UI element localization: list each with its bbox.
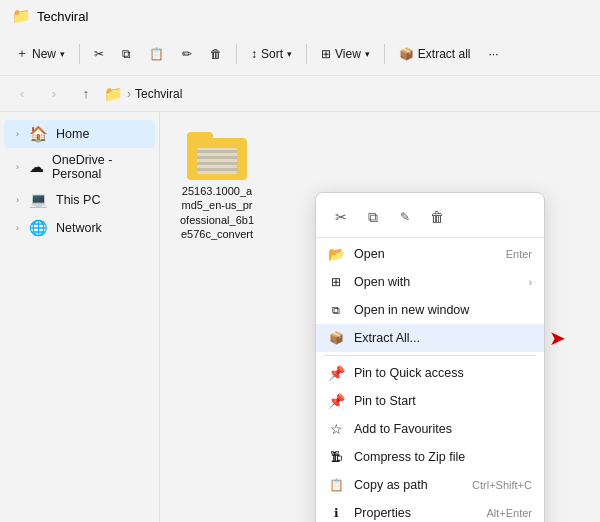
file-item-zip[interactable]: 25163.1000_amd5_en-us_professional_6b1e5… — [172, 124, 262, 249]
onedrive-icon: ☁ — [29, 158, 44, 176]
back-button[interactable]: ‹ — [8, 80, 36, 108]
toolbar-sep-2 — [236, 44, 237, 64]
ctx-copy-button[interactable]: ⧉ — [358, 203, 388, 231]
ctx-pin-start[interactable]: 📌 Pin to Start — [316, 387, 544, 415]
ctx-add-favourites[interactable]: ☆ Add to Favourites — [316, 415, 544, 443]
more-button[interactable]: ··· — [481, 42, 507, 66]
view-button[interactable]: ⊞ View ▾ — [313, 42, 378, 66]
title-bar-icon: 📁 — [12, 7, 31, 25]
thispc-label: This PC — [56, 193, 100, 207]
title-bar: 📁 Techviral — [0, 0, 600, 32]
ctx-props-icon: ℹ — [328, 505, 344, 521]
ctx-openwindow-icon: ⧉ — [328, 302, 344, 318]
ctx-extract-label: Extract All... — [354, 331, 532, 345]
toolbar-sep-4 — [384, 44, 385, 64]
ctx-open-with[interactable]: ⊞ Open with › — [316, 268, 544, 296]
paste-button[interactable]: 📋 — [141, 42, 172, 66]
zip-stripes — [197, 148, 237, 174]
thispc-expand-icon: › — [16, 195, 19, 205]
ctx-pinquick-label: Pin to Quick access — [354, 366, 532, 380]
address-path: 📁 › Techviral — [104, 85, 182, 103]
ctx-openwith-label: Open with — [354, 275, 519, 289]
onedrive-expand-icon: › — [16, 162, 19, 172]
ctx-openwith-icon: ⊞ — [328, 274, 344, 290]
sort-button[interactable]: ↕ Sort ▾ — [243, 42, 300, 66]
ctx-pinstart-icon: 📌 — [328, 393, 344, 409]
extract-icon: 📦 — [399, 47, 414, 61]
toolbar-sep-1 — [79, 44, 80, 64]
file-area: 25163.1000_amd5_en-us_professional_6b1e5… — [160, 112, 600, 522]
ctx-pinquick-icon: 📌 — [328, 365, 344, 381]
folder-image — [187, 132, 247, 180]
rename-button[interactable]: ✏ — [174, 42, 200, 66]
ctx-compress-label: Compress to Zip file — [354, 450, 532, 464]
new-button[interactable]: ＋ New ▾ — [8, 40, 73, 67]
more-icon: ··· — [489, 47, 499, 61]
ctx-pinstart-label: Pin to Start — [354, 394, 532, 408]
network-label: Network — [56, 221, 102, 235]
ctx-copypath-icon: 📋 — [328, 477, 344, 493]
main-area: › 🏠 Home › ☁ OneDrive - Personal › 💻 Thi… — [0, 112, 600, 522]
copy-icon: ⧉ — [122, 47, 131, 61]
ctx-compress-icon: 🗜 — [328, 449, 344, 465]
home-label: Home — [56, 127, 89, 141]
context-menu-toolbar: ✂ ⧉ ✎ 🗑 — [316, 197, 544, 238]
path-folder-icon: 📁 — [104, 85, 123, 103]
ctx-open-new-window[interactable]: ⧉ Open in new window — [316, 296, 544, 324]
ctx-extract-all[interactable]: 📦 Extract All... ➤ — [316, 324, 544, 352]
ctx-copypath-label: Copy as path — [354, 478, 462, 492]
rename-icon: ✏ — [182, 47, 192, 61]
ctx-favs-label: Add to Favourites — [354, 422, 532, 436]
copy-button[interactable]: ⧉ — [114, 42, 139, 66]
red-arrow-indicator: ➤ — [549, 326, 566, 350]
ctx-open-icon: 📂 — [328, 246, 344, 262]
toolbar-sep-3 — [306, 44, 307, 64]
ctx-compress-zip[interactable]: 🗜 Compress to Zip file — [316, 443, 544, 471]
forward-button[interactable]: › — [40, 80, 68, 108]
ctx-rename-button[interactable]: ✎ — [390, 203, 420, 231]
new-icon: ＋ — [16, 45, 28, 62]
title-bar-text: Techviral — [37, 9, 88, 24]
cut-icon: ✂ — [94, 47, 104, 61]
ctx-open-label: Open — [354, 247, 496, 261]
cut-button[interactable]: ✂ — [86, 42, 112, 66]
ctx-pin-quick[interactable]: 📌 Pin to Quick access — [316, 359, 544, 387]
network-icon: 🌐 — [29, 219, 48, 237]
network-expand-icon: › — [16, 223, 19, 233]
home-icon: 🏠 — [29, 125, 48, 143]
context-menu: ✂ ⧉ ✎ 🗑 📂 Open Enter ⊞ Open with › ⧉ Ope… — [315, 192, 545, 522]
sidebar-item-home[interactable]: › 🏠 Home — [4, 120, 155, 148]
ctx-open-shortcut: Enter — [506, 248, 532, 260]
ctx-open[interactable]: 📂 Open Enter — [316, 240, 544, 268]
extract-all-button[interactable]: 📦 Extract all — [391, 42, 479, 66]
ctx-separator-1 — [324, 355, 536, 356]
home-expand-icon: › — [16, 129, 19, 139]
delete-icon: 🗑 — [210, 47, 222, 61]
ctx-props-label: Properties — [354, 506, 476, 520]
thispc-icon: 💻 — [29, 191, 48, 209]
ctx-props-shortcut: Alt+Enter — [486, 507, 532, 519]
ctx-openwindow-label: Open in new window — [354, 303, 532, 317]
sidebar: › 🏠 Home › ☁ OneDrive - Personal › 💻 Thi… — [0, 112, 160, 522]
path-current: Techviral — [135, 87, 182, 101]
ctx-copy-path[interactable]: 📋 Copy as path Ctrl+Shift+C — [316, 471, 544, 499]
delete-button[interactable]: 🗑 — [202, 42, 230, 66]
sidebar-item-thispc[interactable]: › 💻 This PC — [4, 186, 155, 214]
sidebar-item-network[interactable]: › 🌐 Network — [4, 214, 155, 242]
file-name: 25163.1000_amd5_en-us_professional_6b1e5… — [180, 184, 254, 241]
ctx-copypath-shortcut: Ctrl+Shift+C — [472, 479, 532, 491]
up-button[interactable]: ↑ — [72, 80, 100, 108]
view-icon: ⊞ — [321, 47, 331, 61]
paste-icon: 📋 — [149, 47, 164, 61]
ctx-cut-button[interactable]: ✂ — [326, 203, 356, 231]
ctx-properties[interactable]: ℹ Properties Alt+Enter — [316, 499, 544, 522]
onedrive-label: OneDrive - Personal — [52, 153, 143, 181]
ctx-delete-button[interactable]: 🗑 — [422, 203, 452, 231]
ctx-openwith-arrow: › — [529, 277, 532, 288]
path-separator: › — [127, 87, 131, 101]
sidebar-item-onedrive[interactable]: › ☁ OneDrive - Personal — [4, 148, 155, 186]
view-chevron: ▾ — [365, 49, 370, 59]
sort-icon: ↕ — [251, 47, 257, 61]
sort-chevron: ▾ — [287, 49, 292, 59]
new-chevron: ▾ — [60, 49, 65, 59]
